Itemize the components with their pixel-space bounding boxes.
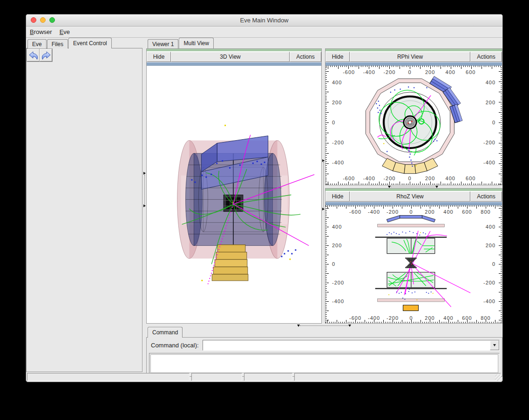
beam-pipe <box>404 116 416 129</box>
command-combobox <box>203 340 500 351</box>
rphi-view-canvas[interactable]: -600-600-400-400-200-2000020020040040060… <box>326 66 502 185</box>
actions-button[interactable]: Actions <box>470 52 502 62</box>
menu-bar: Browser Eve <box>26 27 502 38</box>
next-event-button[interactable] <box>40 49 52 61</box>
zoom-button[interactable] <box>49 17 55 23</box>
splitter-arrow-icon <box>435 186 438 188</box>
status-segment <box>294 373 501 381</box>
axis-tick-label: 200 <box>425 176 435 181</box>
beam-pipe-core <box>406 258 417 268</box>
axis-tick-label: -200 <box>332 140 344 145</box>
status-segment <box>244 373 292 381</box>
pane-rphi-title: RPhi View <box>350 52 470 62</box>
hide-button[interactable]: Hide <box>326 52 350 62</box>
axis-tick-label: -600 <box>349 315 361 321</box>
splitter-arrow-icon <box>143 204 146 207</box>
axis-tick-label: 800 <box>481 315 490 321</box>
multi-view-row: Hide 3D View Actions <box>146 48 502 324</box>
axis-tick-label: -400 <box>332 160 344 165</box>
3d-detector-plot <box>147 66 321 323</box>
axis-tick-label: -200 <box>483 140 495 145</box>
axis-tick-label: 400 <box>443 315 453 321</box>
rhoz-detector-plot <box>326 205 502 323</box>
splitter-dotted-line <box>144 175 145 204</box>
axis-tick-label: 400 <box>332 80 342 85</box>
event-control-panel <box>26 48 142 372</box>
axis-tick-label: -200 <box>332 280 344 285</box>
resize-grip[interactable] <box>495 374 502 381</box>
axis-tick-label: 0 <box>409 315 413 321</box>
pane-accent-strip <box>326 62 502 66</box>
views-vertical-splitter[interactable] <box>322 48 325 324</box>
tab-event-control[interactable]: Event Control <box>68 38 112 48</box>
tab-multi-view[interactable]: Multi View <box>179 38 213 48</box>
axis-tick-label: 0 <box>408 176 411 181</box>
tab-files[interactable]: Files <box>47 39 68 48</box>
viewer-tab-bar: Viewer 1 Multi View <box>146 38 502 48</box>
command-dropdown-button[interactable] <box>490 340 499 350</box>
muon-endcap-top <box>387 216 435 223</box>
axis-tick-label: -600 <box>349 209 361 215</box>
menu-eve[interactable]: Eve <box>60 28 70 35</box>
axis-tick-label: -400 <box>483 298 495 304</box>
axis-tick-label: 200 <box>425 209 434 215</box>
axis-tick-label: 800 <box>481 209 490 215</box>
rhoz-view-canvas[interactable]: -600-600-400-400-200-2000020020040040060… <box>326 205 502 323</box>
axis-tick-label: 400 <box>486 80 495 85</box>
command-output[interactable] <box>150 354 498 373</box>
hide-button[interactable]: Hide <box>326 191 350 202</box>
main-vertical-splitter[interactable] <box>142 38 146 372</box>
axis-tick-label: -200 <box>483 280 495 285</box>
axis-tick-label: 600 <box>466 176 475 181</box>
close-button[interactable] <box>31 17 36 23</box>
axis-tick-label: -400 <box>363 69 375 75</box>
undo-arrow-icon <box>28 51 39 60</box>
projection-column: Hide RPhi View Actions <box>325 48 502 324</box>
pane-3d-header: Hide 3D View Actions <box>147 52 321 62</box>
pane-rphi-header: Hide RPhi View Actions <box>326 52 502 62</box>
axis-tick-label: 200 <box>486 243 495 248</box>
actions-button[interactable]: Actions <box>470 191 502 202</box>
pane-rhoz-header: Hide RhoZ View Actions <box>326 191 502 202</box>
calo-endcap-box <box>403 305 419 311</box>
axis-tick-label: -200 <box>387 209 399 215</box>
axis-tick-label: -400 <box>368 315 380 321</box>
axis-tick-label: 0 <box>492 120 495 125</box>
menu-browser[interactable]: Browser <box>30 28 52 35</box>
left-panel: Eve Files Event Control <box>26 38 142 372</box>
calo-segments <box>382 158 438 174</box>
axis-tick-label: -400 <box>363 176 375 181</box>
axis-tick-label: 0 <box>492 261 495 267</box>
status-segment <box>27 373 190 381</box>
command-input[interactable] <box>203 340 490 350</box>
pane-rhoz-title: RhoZ View <box>350 191 470 202</box>
axis-tick-label: 200 <box>332 243 342 248</box>
viewer-command-splitter[interactable] <box>146 324 502 328</box>
pane-rhoz-view: Hide RhoZ View Actions <box>325 188 502 324</box>
splitter-dotted-line <box>391 187 435 187</box>
rphi-detector-plot <box>326 66 502 185</box>
minimize-button[interactable] <box>40 17 46 23</box>
axis-tick-label: 200 <box>332 100 342 105</box>
splitter-dotted-line <box>300 325 348 326</box>
window-title: Eve Main Window <box>240 17 288 24</box>
axis-tick-label: 200 <box>486 100 495 105</box>
axis-tick-label: -400 <box>368 209 380 215</box>
hide-button[interactable]: Hide <box>147 52 171 62</box>
tab-eve[interactable]: Eve <box>27 39 47 48</box>
title-bar[interactable]: Eve Main Window <box>26 14 502 27</box>
axis-tick-label: -200 <box>383 176 395 181</box>
pane-3d-title: 3D View <box>171 52 290 62</box>
axis-tick-label: 200 <box>425 69 435 75</box>
axis-tick-label: -200 <box>387 315 399 321</box>
redo-arrow-icon <box>41 51 51 60</box>
tab-viewer-1[interactable]: Viewer 1 <box>148 39 178 48</box>
3d-view-canvas[interactable] <box>147 66 321 323</box>
axis-tick-label: -600 <box>343 176 355 181</box>
axis-tick-label: -600 <box>343 69 355 75</box>
actions-button[interactable]: Actions <box>290 52 321 62</box>
axis-tick-label: 400 <box>446 69 455 75</box>
pane-accent-strip <box>147 62 321 66</box>
tab-command[interactable]: Command <box>148 327 183 338</box>
previous-event-button[interactable] <box>27 49 40 61</box>
